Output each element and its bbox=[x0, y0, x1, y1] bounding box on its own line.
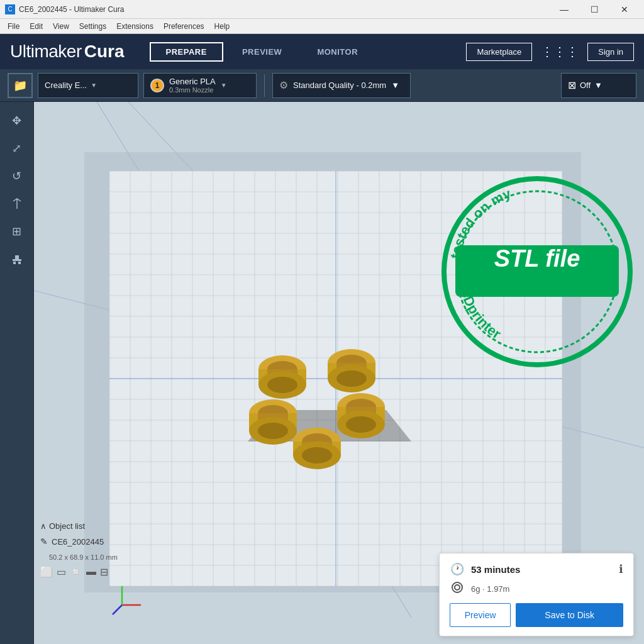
arrange-tool[interactable]: ⊞ bbox=[6, 220, 28, 243]
printer-name: Creality E... bbox=[45, 80, 87, 90]
tab-preview[interactable]: PREVIEW bbox=[226, 42, 298, 62]
grid-icon[interactable]: ⋮⋮⋮ bbox=[538, 42, 581, 62]
menubar: File Edit View Settings Extensions Prefe… bbox=[0, 19, 644, 34]
material-row: 6g · 1.97m bbox=[450, 581, 623, 597]
navbar: Ultimaker Cura PREPARE PREVIEW MONITOR M… bbox=[0, 34, 644, 69]
svg-point-84 bbox=[346, 416, 376, 433]
time-row: 🕐 53 minutes ℹ bbox=[450, 562, 623, 576]
toolbar-separator bbox=[264, 74, 265, 97]
support-dropdown-arrow: ▼ bbox=[594, 80, 602, 90]
svg-point-70 bbox=[336, 370, 367, 387]
support-tool[interactable] bbox=[6, 248, 28, 270]
support-label: Off bbox=[580, 80, 591, 90]
brand: Ultimaker Cura bbox=[10, 42, 125, 62]
brand-ultimaker: Ultimaker bbox=[10, 42, 82, 62]
svg-point-91 bbox=[302, 447, 332, 464]
svg-rect-1 bbox=[15, 255, 19, 259]
info-button[interactable]: ℹ bbox=[619, 562, 623, 576]
window-controls: — ☐ ✕ bbox=[550, 0, 639, 19]
toolbar: 📁 Creality E... ▼ 1 Generic PLA 0.3mm No… bbox=[0, 69, 644, 102]
svg-point-102 bbox=[455, 585, 460, 590]
tab-prepare[interactable]: PREPARE bbox=[150, 42, 223, 62]
minimize-button[interactable]: — bbox=[550, 0, 579, 19]
menu-preferences[interactable]: Preferences bbox=[158, 21, 209, 32]
material-dropdown-arrow: ▼ bbox=[221, 82, 227, 89]
brand-cura: Cura bbox=[84, 42, 125, 62]
left-toolbar: ✥ ⤢ ↺ ⊞ bbox=[0, 102, 34, 644]
svg-point-77 bbox=[258, 423, 288, 439]
material-dropdown[interactable]: 1 Generic PLA 0.3mm Nozzle ▼ bbox=[143, 73, 257, 98]
tab-monitor[interactable]: MONITOR bbox=[301, 42, 374, 62]
nav-right: Marketplace ⋮⋮⋮ Sign in bbox=[466, 42, 634, 62]
nav-tabs: PREPARE PREVIEW MONITOR bbox=[150, 42, 375, 62]
nozzle-badge: 1 bbox=[150, 79, 164, 92]
marketplace-button[interactable]: Marketplace bbox=[466, 43, 532, 61]
rotate-tool[interactable]: ↺ bbox=[6, 165, 28, 187]
obj-icon-3[interactable]: ◽ bbox=[70, 566, 82, 578]
menu-extensions[interactable]: Extensions bbox=[111, 21, 158, 32]
close-button[interactable]: ✕ bbox=[610, 0, 639, 19]
quality-icon: ⚙ bbox=[279, 79, 288, 91]
print-time: 53 minutes bbox=[471, 564, 520, 575]
svg-rect-3 bbox=[18, 262, 21, 264]
menu-view[interactable]: View bbox=[48, 21, 74, 32]
titlebar: C CE6_2002445 - Ultimaker Cura — ☐ ✕ bbox=[0, 0, 644, 19]
mirror-tool[interactable] bbox=[6, 192, 28, 215]
support-dropdown[interactable]: ⊠ Off ▼ bbox=[561, 73, 636, 98]
print-buttons: Preview Save to Disk bbox=[450, 603, 623, 627]
menu-edit[interactable]: Edit bbox=[25, 21, 48, 32]
object-name-row: ✎ CE6_2002445 bbox=[40, 536, 104, 547]
edit-icon[interactable]: ✎ bbox=[40, 536, 48, 547]
signin-button[interactable]: Sign in bbox=[587, 43, 634, 61]
quality-dropdown[interactable]: ⚙ Standard Quality - 0.2mm ▼ bbox=[272, 73, 411, 98]
svg-rect-0 bbox=[13, 259, 21, 261]
material-icon bbox=[450, 581, 465, 597]
object-action-icons: ⬜ ▭ ◽ ▬ ⊟ bbox=[40, 566, 108, 578]
open-folder-button[interactable]: 📁 bbox=[8, 73, 33, 98]
printer-dropdown[interactable]: Creality E... ▼ bbox=[38, 73, 138, 98]
material-usage: 6g · 1.97m bbox=[471, 584, 509, 594]
quality-label: Standard Quality - 0.2mm bbox=[293, 80, 386, 90]
viewport[interactable]: tested on my STL file 3Dprinter ∧ Object… bbox=[34, 102, 644, 644]
quality-dropdown-arrow: ▼ bbox=[391, 80, 399, 90]
object-dimensions: 50.2 x 68.9 x 11.0 mm bbox=[49, 553, 118, 561]
menu-help[interactable]: Help bbox=[209, 21, 235, 32]
svg-point-63 bbox=[267, 377, 297, 393]
save-to-disk-button[interactable]: Save to Disk bbox=[516, 603, 623, 627]
menu-settings[interactable]: Settings bbox=[74, 21, 111, 32]
object-list-header: ∧ Object list bbox=[40, 521, 85, 531]
move-tool[interactable]: ✥ bbox=[6, 109, 28, 132]
window-title: CE6_2002445 - Ultimaker Cura bbox=[19, 5, 550, 14]
support-icon: ⊠ bbox=[568, 79, 576, 91]
obj-icon-2[interactable]: ▭ bbox=[57, 566, 66, 578]
preview-button[interactable]: Preview bbox=[450, 603, 511, 627]
main-content: ✥ ⤢ ↺ ⊞ bbox=[0, 102, 644, 644]
svg-point-101 bbox=[452, 582, 462, 592]
printer-dropdown-arrow: ▼ bbox=[91, 82, 97, 89]
collapse-icon[interactable]: ∧ bbox=[40, 521, 47, 531]
maximize-button[interactable]: ☐ bbox=[580, 0, 609, 19]
obj-icon-1[interactable]: ⬜ bbox=[40, 566, 53, 578]
object-name: CE6_2002445 bbox=[52, 537, 104, 547]
scale-tool[interactable]: ⤢ bbox=[6, 137, 28, 160]
app-icon: C bbox=[5, 4, 15, 14]
material-name: Generic PLA bbox=[169, 77, 216, 86]
svg-rect-2 bbox=[13, 262, 16, 264]
print-info-panel: 🕐 53 minutes ℹ 6g · 1.97m Preview Save t… bbox=[439, 553, 634, 636]
time-icon: 🕐 bbox=[450, 562, 465, 576]
obj-icon-5[interactable]: ⊟ bbox=[100, 566, 108, 578]
nozzle-size: 0.3mm Nozzle bbox=[169, 86, 216, 94]
nozzle-info: Generic PLA 0.3mm Nozzle bbox=[169, 77, 216, 94]
object-list-label: Object list bbox=[49, 521, 85, 531]
menu-file[interactable]: File bbox=[3, 21, 25, 32]
obj-icon-4[interactable]: ▬ bbox=[86, 566, 96, 578]
